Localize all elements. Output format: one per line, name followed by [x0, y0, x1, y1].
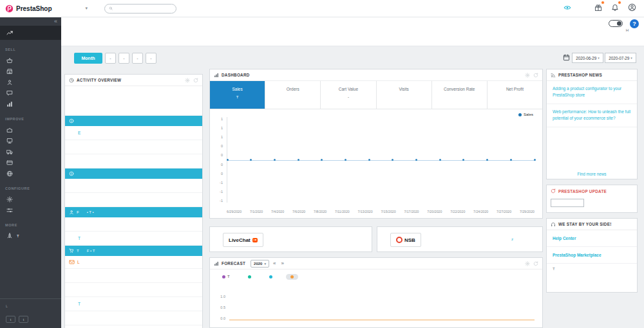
- sidebar-item-catalog[interactable]: [0, 66, 61, 77]
- marketplace-link[interactable]: PrestaShop Marketplace: [547, 247, 637, 264]
- nsb-logo[interactable]: NSB: [390, 233, 421, 247]
- forecast-year-value: 2020: [254, 262, 262, 266]
- sidebar-item-international[interactable]: [0, 168, 61, 179]
- view-shop-button[interactable]: [564, 3, 571, 14]
- dashboard-tab-sales[interactable]: SalesT: [210, 81, 265, 109]
- activity-group-header: F• T •: [65, 207, 202, 217]
- range-button-2[interactable]: -: [118, 53, 129, 64]
- livechat-panel: LiveChat: [209, 226, 372, 252]
- sidebar-item-customer-service[interactable]: [0, 87, 61, 98]
- toggle-knob: [617, 21, 621, 26]
- forecast-prev-button[interactable]: «: [272, 260, 277, 266]
- sidebar-item-dashboard[interactable]: [0, 26, 61, 40]
- range-button-1[interactable]: -: [105, 53, 116, 64]
- sidebar-item-payment[interactable]: [0, 157, 61, 168]
- bar-chart-icon: [214, 73, 219, 78]
- news-item[interactable]: Adding a product configurator to your Pr…: [547, 81, 637, 104]
- sidebar-item-shop-parameters[interactable]: [0, 194, 61, 205]
- panel-settings-gear-icon[interactable]: [525, 73, 530, 78]
- x-axis-tick: 7/27/2020: [497, 210, 511, 214]
- panel-title: WE STAY BY YOUR SIDE!: [558, 222, 612, 226]
- y-axis-tick: 1: [221, 135, 223, 139]
- panel-title: ACTIVITY OVERVIEW: [77, 78, 121, 82]
- y-axis-tick: 0: [221, 172, 223, 176]
- dashboard-tab-orders[interactable]: Orders: [265, 81, 321, 109]
- activity-link[interactable]: E: [65, 126, 202, 140]
- rocket-icon: [6, 233, 13, 239]
- notification-badge: [618, 1, 621, 5]
- date-from-field[interactable]: 2020-06-29▾: [572, 53, 603, 63]
- date-range-quick-buttons: ----: [105, 53, 156, 64]
- forecast-legend-item-4[interactable]: [286, 274, 298, 280]
- sidebar-item-modules[interactable]: [0, 124, 61, 135]
- shop-dropdown-caret-icon[interactable]: ▾: [86, 6, 88, 11]
- sidebar-footer-button-1[interactable]: t: [6, 316, 15, 323]
- dashboard-tab-conversion-rate[interactable]: Conversion Rate: [432, 81, 488, 109]
- forecast-legend-item-1[interactable]: T: [218, 273, 234, 280]
- find-more-news-link[interactable]: Find more news: [547, 169, 637, 179]
- forecast-legend-item-3[interactable]: [265, 274, 277, 280]
- eye-icon: [564, 4, 571, 12]
- sidebar-item-design[interactable]: [0, 135, 61, 146]
- activity-row: [65, 154, 202, 169]
- sidebar-item-customers[interactable]: [0, 77, 61, 87]
- sidebar-item-stats[interactable]: [0, 98, 61, 109]
- topbar-icon-group: [554, 3, 636, 14]
- headset-icon: [551, 222, 556, 227]
- account-menu-button[interactable]: [628, 3, 636, 14]
- y-axis-tick: 0.0: [220, 316, 225, 320]
- forecast-legend-item-2[interactable]: [243, 274, 256, 280]
- caret-down-icon: ▾: [630, 56, 632, 60]
- sales-data-point: [439, 159, 441, 161]
- sidebar-item-advanced-parameters[interactable]: [0, 205, 61, 215]
- activity-link[interactable]: T: [65, 297, 202, 311]
- date-to-field[interactable]: 2020-07-29▾: [605, 53, 636, 63]
- y-axis-tick: 0.5: [220, 305, 225, 309]
- prestashop-logo[interactable]: PrestaShop: [5, 5, 52, 13]
- sidebar-collapse-button[interactable]: «: [54, 18, 57, 24]
- x-axis-tick: 7/29/2020: [520, 210, 535, 214]
- info-icon: [69, 171, 74, 176]
- forecast-year-button[interactable]: 2020▾: [251, 260, 269, 268]
- bar-chart-icon: [214, 261, 219, 266]
- nsb-link[interactable]: z: [511, 237, 513, 241]
- month-range-button[interactable]: Month: [74, 53, 102, 64]
- panel-settings-gear-icon[interactable]: [525, 261, 530, 266]
- dashboard-tab-cart-value[interactable]: Cart Value-: [321, 81, 376, 109]
- y-axis-tick: 0: [221, 144, 223, 148]
- display-toggle[interactable]: [609, 20, 623, 27]
- sidebar-item-modules-marketplace[interactable]: T: [0, 230, 61, 241]
- panel-refresh-icon[interactable]: [533, 73, 538, 78]
- range-button-3[interactable]: -: [132, 53, 143, 64]
- sidebar-item-shipping[interactable]: [0, 146, 61, 157]
- panel-refresh-icon[interactable]: [533, 261, 538, 266]
- news-item[interactable]: Web performance: How to unleash the full…: [547, 104, 637, 127]
- help-button[interactable]: ?: [630, 19, 639, 28]
- search-box[interactable]: [104, 4, 176, 14]
- panel-settings-gear-icon[interactable]: [185, 78, 190, 83]
- update-input[interactable]: [551, 199, 584, 207]
- notifications-button[interactable]: [611, 3, 619, 14]
- forecast-next-button[interactable]: »: [279, 260, 285, 266]
- search-input[interactable]: [115, 6, 172, 11]
- gift-notifications-button[interactable]: [594, 3, 602, 14]
- basket-icon: [6, 57, 13, 64]
- sidebar-item-text: T: [17, 234, 19, 238]
- help-center-link[interactable]: Help Center: [547, 230, 637, 247]
- activity-group-sub: F • T: [87, 249, 95, 253]
- dashboard-tab-net-profit[interactable]: Net Profit: [488, 81, 542, 109]
- range-button-4[interactable]: -: [146, 53, 156, 64]
- account-icon: [628, 3, 636, 12]
- sidebar-item-orders[interactable]: [0, 55, 61, 66]
- sales-data-point: [510, 159, 512, 161]
- activity-link[interactable]: T: [65, 232, 202, 246]
- calendar-icon[interactable]: [563, 54, 570, 61]
- x-axis-tick: 7/22/2020: [450, 210, 465, 214]
- sidebar-footer-button-2[interactable]: t: [19, 316, 28, 323]
- panel-refresh-icon[interactable]: [193, 78, 198, 83]
- livechat-logo[interactable]: LiveChat: [223, 233, 263, 247]
- dashboard-tab-visits[interactable]: Visits: [377, 81, 432, 109]
- search-icon: [109, 6, 113, 11]
- x-axis-tick: 7/8/2020: [314, 210, 327, 214]
- trending-up-icon: [6, 30, 13, 36]
